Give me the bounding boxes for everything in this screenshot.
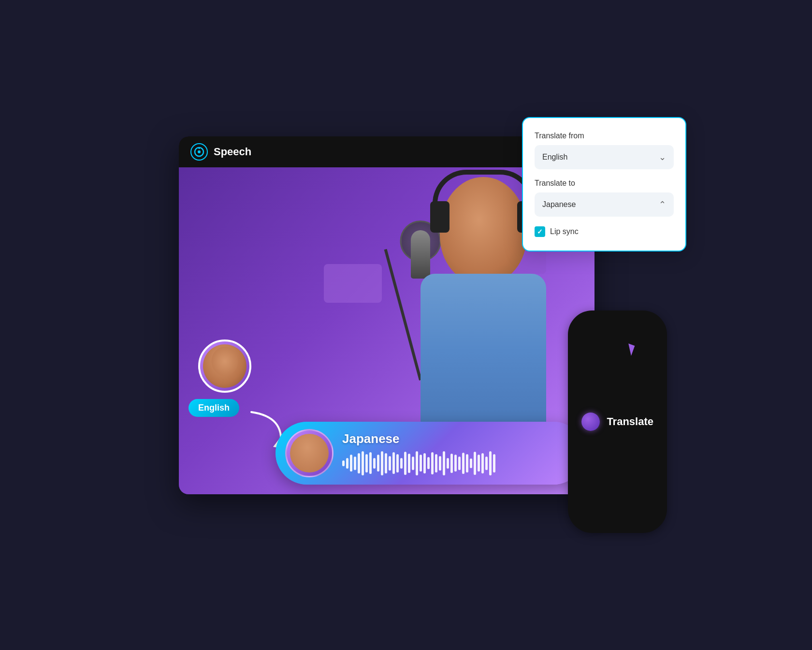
wave-bar <box>362 451 364 475</box>
wave-bar <box>478 455 480 472</box>
wave-bar <box>396 454 399 473</box>
english-avatar-circle <box>198 340 251 393</box>
translate-from-value: English <box>542 153 567 162</box>
wave-bar <box>447 458 449 469</box>
wave-bar <box>431 452 434 474</box>
headphone-left-ear <box>430 201 450 233</box>
wave-bar <box>358 453 360 473</box>
wave-bar <box>420 455 422 472</box>
wave-bar <box>489 451 492 475</box>
wave-bar <box>350 455 352 472</box>
wave-bar <box>377 455 379 472</box>
app-logo-icon <box>190 143 208 161</box>
translation-panel: Translate from English ⌄ Translate to Ja… <box>522 117 686 251</box>
japanese-card-content: Japanese <box>342 431 575 475</box>
wave-bar <box>423 453 426 473</box>
wave-bar <box>443 451 445 475</box>
wave-bar <box>427 457 430 469</box>
wave-bar <box>392 452 395 474</box>
wave-bar <box>342 460 345 466</box>
wave-bar <box>462 453 464 474</box>
wave-bar <box>450 454 453 473</box>
translate-from-dropdown[interactable]: English ⌄ <box>535 145 674 169</box>
wave-bar <box>389 456 391 471</box>
english-badge: English <box>188 399 239 417</box>
wave-bar <box>474 452 476 475</box>
japanese-avatar <box>285 429 334 477</box>
wave-bar <box>381 451 383 475</box>
translate-from-label: Translate from <box>535 132 674 140</box>
wave-bar <box>369 452 372 474</box>
wave-bar <box>439 456 441 471</box>
wave-bar <box>485 457 488 470</box>
wave-bar <box>458 457 461 470</box>
translate-to-chevron-icon: ⌃ <box>659 199 666 210</box>
translate-from-chevron-icon: ⌄ <box>659 152 666 162</box>
japanese-waveform-card: Japanese <box>276 422 585 485</box>
wave-bar <box>481 453 484 473</box>
wave-bar <box>365 454 368 473</box>
translate-btn-label: Translate <box>607 415 653 428</box>
mic-capsule <box>411 230 430 279</box>
wave-bar <box>470 458 472 468</box>
wave-bar <box>416 451 418 475</box>
translate-to-label: Translate to <box>535 179 674 188</box>
translate-to-dropdown[interactable]: Japanese ⌃ <box>535 192 674 217</box>
wave-bar <box>385 453 387 473</box>
wave-bar <box>400 458 403 469</box>
app-title: Speech <box>214 146 251 158</box>
translate-button[interactable]: Translate <box>568 310 667 533</box>
japanese-avatar-face <box>290 434 329 473</box>
avatar-face <box>203 344 246 388</box>
lip-sync-label: Lip sync <box>550 227 579 236</box>
translate-to-value: Japanese <box>542 200 576 209</box>
scene-wrapper: Speech <box>140 107 672 543</box>
wave-bar <box>466 454 468 473</box>
japanese-label: Japanese <box>342 431 575 446</box>
lip-sync-checkbox[interactable]: ✓ <box>535 226 545 237</box>
wave-bar <box>493 454 495 473</box>
wave-bar <box>373 458 376 469</box>
wave-bar <box>346 458 348 469</box>
wave-bar <box>435 454 437 473</box>
waveform-bars <box>342 451 575 475</box>
wave-bar <box>354 457 356 470</box>
translate-btn-orb-icon <box>581 413 600 431</box>
person-head <box>440 177 527 283</box>
svg-point-1 <box>198 150 201 153</box>
wave-bar <box>408 454 410 473</box>
wave-bar <box>404 452 406 475</box>
wave-bar <box>412 457 414 470</box>
wave-bar <box>454 455 457 472</box>
headphones <box>433 170 534 233</box>
lip-sync-row: ✓ Lip sync <box>535 226 674 237</box>
